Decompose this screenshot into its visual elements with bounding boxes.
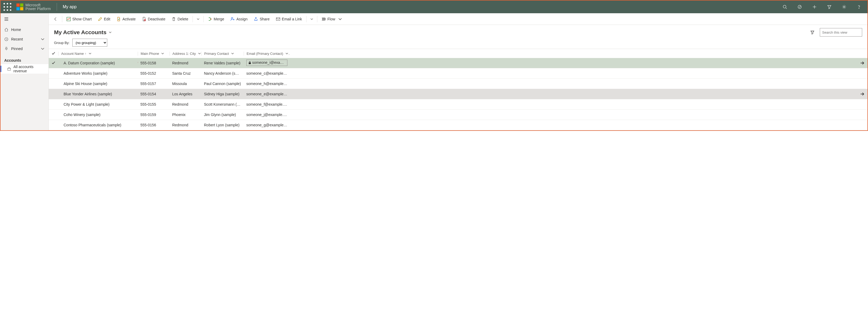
edit-button[interactable]: Edit — [95, 14, 113, 24]
cell-contact[interactable]: Scott Konersmann (sa… — [201, 102, 244, 106]
column-header-city[interactable]: Address 1: City — [173, 52, 201, 56]
deactivate-button[interactable]: Deactivate — [139, 14, 168, 24]
view-title-dropdown[interactable]: My Active Accounts — [54, 29, 112, 35]
table-row[interactable]: City Power & Light (sample)555-0155Redmo… — [49, 99, 867, 110]
svg-rect-20 — [8, 68, 10, 70]
cell-name[interactable]: Coho Winery (sample) — [58, 112, 138, 117]
sidebar-item-all-accounts-revenue[interactable]: All accounts revenue — [1, 64, 49, 74]
open-record-arrow[interactable] — [857, 92, 867, 96]
svg-point-6 — [3, 9, 5, 11]
column-header-contact[interactable]: Primary Contact — [204, 52, 234, 56]
row-checkbox[interactable] — [49, 61, 58, 65]
email-menu-caret[interactable] — [308, 18, 315, 21]
search-icon[interactable] — [779, 1, 790, 13]
back-button[interactable] — [51, 14, 60, 24]
cell-contact[interactable]: Paul Cannon (sample) — [201, 82, 244, 86]
command-label: Email a Link — [282, 17, 302, 21]
group-by-label: Group By: — [54, 41, 70, 45]
svg-point-15 — [859, 8, 859, 8]
assign-icon — [230, 17, 235, 21]
sidebar-item-recent[interactable]: Recent — [1, 34, 49, 44]
table-row[interactable]: A. Datum Corporation (sample)*555-0158Re… — [49, 58, 867, 68]
app-launcher-icon[interactable] — [3, 3, 12, 11]
cell-email: someone_h@example.… — [246, 82, 288, 86]
assign-button[interactable]: Assign — [228, 14, 250, 24]
pin-icon — [4, 46, 8, 51]
table-row[interactable]: Contoso Pharmaceuticals (sample)555-0156… — [49, 120, 867, 130]
deactivate-icon — [142, 17, 146, 21]
column-header-name[interactable]: Account Name ↑ — [61, 52, 92, 56]
column-header-text: Account Name — [61, 52, 84, 56]
merge-button[interactable]: Merge — [205, 14, 227, 24]
cell-name[interactable]: Alpine Ski House (sample) — [58, 82, 138, 86]
brand-text: Microsoft Power Platform — [25, 3, 51, 10]
table-row[interactable]: Blue Yonder Airlines (sample)555-0154Los… — [49, 89, 867, 99]
sidebar-item-pinned[interactable]: Pinned — [1, 44, 49, 54]
cell-name[interactable]: City Power & Light (sample) — [58, 102, 138, 106]
svg-point-3 — [3, 6, 5, 8]
activate-icon — [117, 17, 121, 21]
cell-name[interactable]: A. Datum Corporation (sample) — [58, 61, 138, 65]
activate-button[interactable]: Activate — [114, 14, 138, 24]
help-icon[interactable] — [853, 1, 865, 13]
cell-contact[interactable]: Nancy Anderson (sam… — [201, 71, 244, 75]
view-title-text: My Active Accounts — [54, 29, 106, 35]
svg-point-8 — [10, 9, 11, 11]
column-header-email[interactable]: Email (Primary Contact) — [247, 52, 288, 56]
svg-line-10 — [786, 8, 787, 9]
grid-header-row: Account Name ↑ Main Phone Address 1: Cit… — [49, 49, 867, 58]
flow-button[interactable]: Flow — [319, 14, 345, 24]
svg-point-2 — [10, 3, 11, 4]
sidebar-toggle[interactable] — [1, 13, 49, 25]
chevron-down-icon — [108, 31, 112, 34]
command-label: Edit — [104, 17, 110, 21]
cell-contact[interactable]: Robert Lyon (sample) — [201, 123, 244, 127]
filter-icon[interactable] — [824, 1, 835, 13]
column-header-phone[interactable]: Main Phone — [141, 52, 164, 56]
search-view-input[interactable] — [820, 28, 862, 37]
cell-city: Los Angeles — [169, 92, 201, 96]
sidebar-item-label: Pinned — [11, 46, 23, 51]
cell-phone: 555-0152 — [138, 71, 169, 75]
cell-city: Missoula — [169, 82, 201, 86]
table-row[interactable]: Adventure Works (sample)555-0152Santa Cr… — [49, 68, 867, 79]
sidebar-item-home[interactable]: Home — [1, 25, 49, 34]
cell-contact[interactable]: Rene Valdes (sample) — [201, 61, 244, 65]
select-all-checkbox[interactable] — [49, 52, 58, 55]
cell-name[interactable]: Adventure Works (sample) — [58, 71, 138, 75]
settings-icon[interactable] — [838, 1, 850, 13]
show-chart-button[interactable]: Show Chart — [64, 14, 94, 24]
svg-rect-26 — [249, 63, 251, 64]
cell-city: Santa Cruz — [169, 71, 201, 75]
column-header-text: Primary Contact — [204, 52, 229, 56]
data-grid: Account Name ↑ Main Phone Address 1: Cit… — [49, 49, 867, 130]
home-icon — [4, 28, 8, 32]
svg-point-5 — [10, 6, 11, 8]
delete-menu-caret[interactable] — [194, 18, 202, 21]
svg-point-9 — [783, 5, 786, 8]
email-link-button[interactable]: Email a Link — [273, 14, 305, 24]
share-button[interactable]: Share — [251, 14, 272, 24]
cell-contact[interactable]: Sidney Higa (sample) — [201, 92, 244, 96]
group-by-select[interactable]: (no grouping) — [72, 39, 107, 46]
cell-email: someone_c@example.… — [246, 71, 288, 75]
command-label: Show Chart — [72, 17, 92, 21]
cell-name[interactable]: Blue Yonder Airlines (sample) — [58, 92, 138, 96]
column-header-text: Address 1: City — [173, 52, 196, 56]
add-icon[interactable] — [809, 1, 820, 13]
cell-name[interactable]: Contoso Pharmaceuticals (sample) — [58, 123, 138, 127]
cell-city: Redmond — [169, 61, 201, 65]
command-label: Deactivate — [148, 17, 165, 21]
cell-contact[interactable]: Jim Glynn (sample) — [201, 112, 244, 117]
view-filter-icon[interactable] — [808, 28, 816, 37]
delete-button[interactable]: Delete — [169, 14, 191, 24]
open-record-arrow[interactable] — [857, 61, 867, 65]
table-row[interactable]: Alpine Ski House (sample)555-0157Missoul… — [49, 79, 867, 89]
brand-logo: Microsoft Power Platform — [17, 3, 51, 10]
brand-divider — [57, 3, 57, 11]
command-label: Share — [259, 17, 269, 21]
trash-icon — [172, 17, 176, 21]
table-row[interactable]: Coho Winery (sample)555-0159PhoenixJim G… — [49, 110, 867, 120]
cell-email[interactable]: someone_i@examp… — [246, 60, 287, 66]
task-icon[interactable] — [794, 1, 805, 13]
